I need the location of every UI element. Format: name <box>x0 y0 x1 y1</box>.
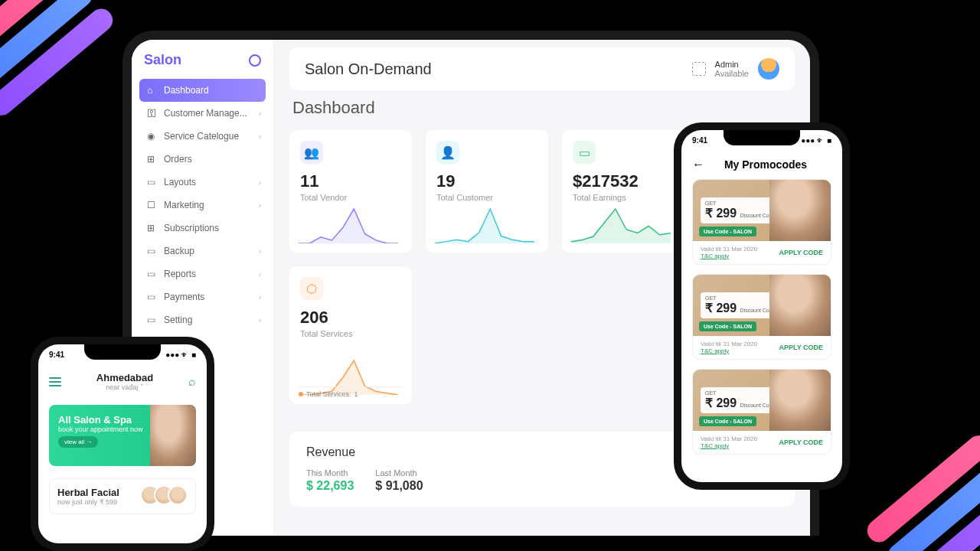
map-icon: ⊞ <box>147 154 158 165</box>
stat-label: Total Customer <box>436 193 537 202</box>
promo-code-badge: Use Code - SALON <box>699 416 756 426</box>
decorative-stripes <box>0 0 123 127</box>
sidebar-item-marketing[interactable]: ☐Marketing› <box>139 194 266 217</box>
lock-icon: ⚿ <box>147 108 158 119</box>
promo-card[interactable]: GET ₹ 299 Discount Code Use Code - SALON… <box>692 369 831 455</box>
banner-image <box>150 405 196 466</box>
brand-logo[interactable]: Salon <box>139 46 266 79</box>
nav-label: Payments <box>164 292 204 302</box>
stat-footer: Total Services: 1 <box>299 386 403 398</box>
sidebar-item-payments[interactable]: ▭Payments› <box>139 285 266 308</box>
user-status: Available <box>715 69 749 78</box>
sidebar-item-service-catelogue[interactable]: ◉Service Catelogue› <box>139 125 266 148</box>
fullscreen-icon[interactable] <box>692 62 706 76</box>
stat-icon: ⬡ <box>300 277 323 300</box>
stat-value: 19 <box>436 171 537 191</box>
status-time: 9:41 <box>692 136 707 145</box>
nav-label: Reports <box>164 269 196 279</box>
promo-list: GET ₹ 299 Discount Code Use Code - SALON… <box>681 179 842 455</box>
sidebar-item-reports[interactable]: ▭Reports› <box>139 262 266 285</box>
promo-card[interactable]: GET ₹ 299 Discount Code Use Code - SALON… <box>692 179 831 265</box>
status-time: 9:41 <box>49 350 64 359</box>
sidebar-item-subscriptions[interactable]: ⊞Subscriptions <box>139 217 266 240</box>
eye-icon: ◉ <box>147 131 158 142</box>
nav-label: Service Catelogue <box>164 131 239 142</box>
promo-tac-link[interactable]: T&C apply <box>701 347 729 354</box>
header-bar: Salon On-Demand Admin Available <box>289 47 795 90</box>
decorative-stripes <box>857 424 980 551</box>
stat-value: 206 <box>300 308 401 328</box>
promo-get: GET <box>705 390 776 396</box>
nav-label: Marketing <box>164 200 204 210</box>
avatar[interactable] <box>758 58 779 80</box>
stat-icon: ▭ <box>573 141 596 164</box>
menu-icon[interactable] <box>49 377 61 386</box>
service-images <box>146 485 188 505</box>
promo-model-image <box>769 180 831 241</box>
status-icons: ●●● ᯤ ■ <box>801 136 831 145</box>
promo-get: GET <box>705 201 776 206</box>
salon-banner[interactable]: All Salon & Spa book your appointment no… <box>49 405 196 466</box>
sidebar-item-layouts[interactable]: ▭Layouts› <box>139 171 266 194</box>
promo-validity: Valid till 31 Mar 2020 <box>701 246 757 253</box>
status-icons: ●●● ᯤ ■ <box>165 350 196 359</box>
home-icon: ⌂ <box>147 85 158 96</box>
phone-promocodes: 9:41 ●●● ᯤ ■ ← My Promocodes GET ₹ 299 D… <box>674 122 850 490</box>
map-icon: ⊞ <box>147 223 158 233</box>
chevron-right-icon: › <box>259 270 261 279</box>
promo-tac-link[interactable]: T&C apply <box>701 442 729 449</box>
promo-validity: Valid till 31 Mar 2020 <box>701 435 757 442</box>
sidebar-item-orders[interactable]: ⊞Orders <box>139 148 266 171</box>
city-name: Ahmedabad <box>96 372 153 383</box>
chevron-right-icon: › <box>259 201 261 210</box>
sidebar-item-dashboard[interactable]: ⌂Dashboard <box>139 79 266 102</box>
chevron-right-icon: › <box>259 178 261 187</box>
stat-card-total-earnings[interactable]: ▭ $217532 Total Earnings <box>562 130 684 253</box>
sparkline-chart <box>571 205 671 243</box>
promo-model-image <box>769 275 831 336</box>
search-icon[interactable]: ⌕ <box>188 375 196 389</box>
promo-code-badge: Use Code - SALON <box>699 227 756 236</box>
sidebar-item-setting[interactable]: ▭Setting› <box>139 308 266 331</box>
sparkline-chart <box>299 205 398 243</box>
promo-card[interactable]: GET ₹ 299 Discount Code Use Code - SALON… <box>692 274 831 360</box>
promo-image: GET ₹ 299 Discount Code Use Code - SALON <box>693 370 831 431</box>
nav-label: Layouts <box>164 177 196 187</box>
stat-card-total-customer[interactable]: 👤 19 Total Customer <box>426 130 548 253</box>
view-all-button[interactable]: view all → <box>58 436 98 448</box>
revenue-this-label: This Month <box>306 468 354 478</box>
promo-tac-link[interactable]: T&C apply <box>701 253 729 259</box>
stat-card-total-services[interactable]: ⬡ 206 Total Services Total Services: 1 <box>289 266 412 404</box>
revenue-last-value: $ 91,080 <box>375 479 423 493</box>
service-card[interactable]: Herbal Facial now just only ₹ 599 <box>49 478 196 514</box>
apply-code-button[interactable]: APPLY CODE <box>779 439 823 446</box>
chevron-right-icon: › <box>259 316 261 324</box>
promo-price: ₹ 299 <box>705 302 737 315</box>
promo-image: GET ₹ 299 Discount Code Use Code - SALON <box>693 180 831 241</box>
app-title: Salon On-Demand <box>305 60 432 78</box>
location-selector[interactable]: Ahmedabad near vadaj ˅ <box>96 372 153 391</box>
sidebar-item-backup[interactable]: ▭Backup› <box>139 240 266 262</box>
promo-code-badge: Use Code - SALON <box>699 321 756 331</box>
apply-code-button[interactable]: APPLY CODE <box>779 344 823 351</box>
gear-icon[interactable] <box>249 54 261 67</box>
location-near: near vadaj ˅ <box>96 383 153 391</box>
bag-icon: ☐ <box>147 200 158 210</box>
page-title: Dashboard <box>292 98 792 118</box>
nav-label: Backup <box>164 246 194 256</box>
promo-validity: Valid till 31 Mar 2020 <box>701 341 757 347</box>
stat-card-total-vendor[interactable]: 👥 11 Total Vendor <box>289 130 412 253</box>
nav-label: Setting <box>164 315 192 325</box>
user-name: Admin <box>715 60 749 69</box>
phone-notch <box>84 344 161 360</box>
stat-label: Total Services <box>300 329 401 338</box>
apply-code-button[interactable]: APPLY CODE <box>779 249 823 256</box>
nav-label: Dashboard <box>164 85 209 96</box>
stat-label: Total Earnings <box>573 193 674 202</box>
chevron-right-icon: › <box>259 132 261 141</box>
sidebar-item-customer-manage-[interactable]: ⚿Customer Manage...› <box>139 102 266 125</box>
user-info[interactable]: Admin Available <box>715 60 749 78</box>
phone-notch <box>724 130 800 145</box>
stat-value: $217532 <box>573 171 674 191</box>
promo-get: GET <box>705 295 776 301</box>
